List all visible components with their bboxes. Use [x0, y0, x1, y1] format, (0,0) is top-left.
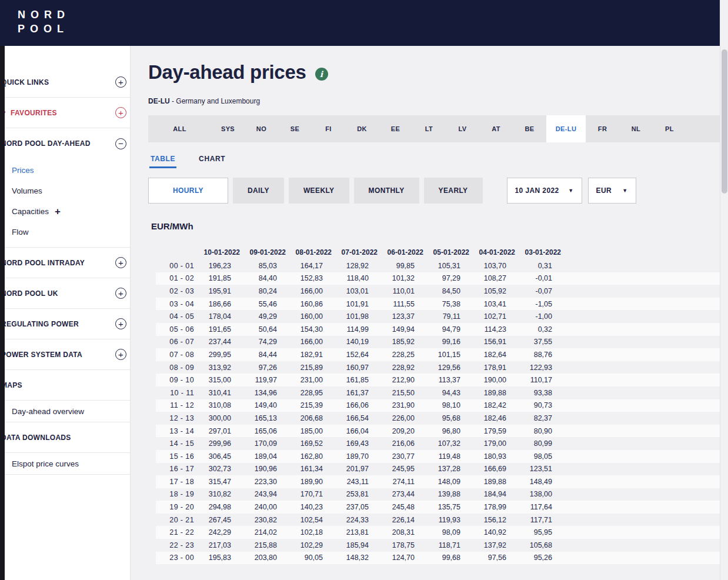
scrollbar[interactable] [720, 0, 728, 580]
sidebar-heading-nord-pool-uk[interactable]: NORD POOL UK+ [1, 278, 130, 309]
price-cell: 180,93 [469, 452, 515, 461]
scrollbar-thumb[interactable] [722, 49, 727, 194]
sidebar-item-prices[interactable]: Prices [1, 160, 130, 181]
price-cell: 84,44 [240, 351, 286, 359]
expand-icon[interactable]: + [115, 257, 126, 268]
area-tab-se[interactable]: SE [278, 115, 312, 142]
resolution-monthly-button[interactable]: MONTHLY [354, 178, 419, 204]
main-content: Day-ahead prices i DE-LU - Germany and L… [131, 46, 728, 580]
price-cell: 79,11 [423, 312, 469, 321]
sidebar-heading-regulating-power[interactable]: REGULATING POWER+ [1, 309, 130, 339]
price-cell: 148,09 [423, 478, 469, 486]
sidebar-heading-quick-links[interactable]: QUICK LINKS+ [1, 67, 130, 98]
date-dropdown[interactable]: 10 JAN 2022 ▼ [507, 178, 582, 204]
price-cell: 190,00 [469, 376, 515, 384]
sidebar-subitems: PricesVolumesCapacities+Flow [1, 159, 130, 248]
hour-label: 05 - 06 [156, 325, 194, 334]
price-cell: 90,73 [515, 401, 561, 409]
area-tab-lv[interactable]: LV [446, 115, 479, 142]
price-cell: 182,46 [469, 414, 515, 422]
resolution-daily-button[interactable]: DAILY [233, 178, 284, 204]
nordpool-logo[interactable]: NORD POOL [0, 0, 70, 36]
resolution-hourly-button[interactable]: HOURLY [148, 178, 228, 204]
expand-icon[interactable]: + [115, 349, 126, 360]
price-cell: 185,94 [332, 541, 378, 549]
price-cell: 169,43 [332, 439, 378, 448]
price-cell: 178,04 [194, 312, 240, 321]
price-cell: 228,92 [378, 364, 423, 372]
price-cell: 0,32 [515, 325, 561, 334]
sidebar-item-volumes[interactable]: Volumes [1, 181, 130, 201]
sidebar-subitems: Day-ahead overview [1, 401, 130, 422]
area-tab-dk[interactable]: DK [345, 115, 379, 142]
sidebar: QUICK LINKS+♥FAVOURITES+NORD POOL DAY-AH… [0, 46, 131, 580]
price-cell: 156,91 [469, 338, 515, 346]
area-tab-nl[interactable]: NL [619, 115, 653, 142]
area-tab-be[interactable]: BE [513, 115, 546, 142]
table-row: 07 - 08299,9584,44182,91152,64228,25101,… [156, 348, 728, 361]
price-cell: 111,55 [378, 300, 423, 308]
expand-icon[interactable]: + [115, 107, 126, 118]
price-cell: 182,91 [286, 351, 332, 359]
price-cell: 98,05 [515, 452, 561, 461]
price-cell: 101,32 [378, 274, 423, 282]
area-code: DE-LU [148, 97, 170, 105]
sidebar-item-day-ahead-overview[interactable]: Day-ahead overview [1, 401, 130, 422]
sidebar-item-capacities[interactable]: Capacities+ [1, 201, 130, 222]
area-tab-pl[interactable]: PL [653, 115, 686, 142]
view-tab-chart[interactable]: CHART [198, 150, 226, 168]
price-cell: 95,68 [423, 414, 469, 422]
table-row: 09 - 10315,00119,97231,00161,85212,90113… [156, 374, 728, 386]
hour-label: 19 - 20 [156, 503, 194, 511]
expand-icon[interactable]: + [115, 288, 126, 299]
sidebar-heading-nord-pool-day-ahead[interactable]: NORD POOL DAY-AHEAD− [1, 128, 130, 159]
price-cell: 103,01 [332, 287, 378, 295]
sidebar-item-flow[interactable]: Flow [1, 222, 130, 242]
plus-icon[interactable]: + [55, 206, 61, 218]
area-tab-lt[interactable]: LT [412, 115, 446, 142]
sidebar-heading-data-downloads[interactable]: DATA DOWNLOADS [1, 422, 130, 453]
area-tab-all[interactable]: ALL [148, 115, 211, 142]
area-tab-no[interactable]: NO [245, 115, 278, 142]
sidebar-heading-maps[interactable]: MAPS [1, 370, 130, 401]
price-cell: 189,70 [332, 452, 378, 461]
price-cell: 152,83 [286, 274, 332, 282]
column-header-10-01-2022: 10-01-2022 [194, 248, 240, 256]
area-tab-de-lu[interactable]: DE-LU [546, 115, 586, 142]
resolution-weekly-button[interactable]: WEEKLY [289, 178, 349, 204]
price-cell: 231,00 [286, 376, 332, 384]
sidebar-heading-favourites[interactable]: ♥FAVOURITES+ [1, 98, 130, 128]
area-tab-fi[interactable]: FI [312, 115, 345, 142]
left-edge-strip [0, 46, 5, 580]
area-tab-sys[interactable]: SYS [211, 115, 245, 142]
price-cell: 118,71 [423, 541, 469, 549]
expand-icon[interactable]: + [115, 318, 126, 329]
table-row: 18 - 19310,82243,94170,71253,81273,44139… [156, 488, 728, 501]
area-tab-at[interactable]: AT [479, 115, 513, 142]
info-icon[interactable]: i [315, 68, 328, 81]
price-cell: 94,43 [423, 389, 469, 397]
collapse-icon[interactable]: − [115, 138, 126, 149]
sidebar-item-label: Volumes [12, 186, 42, 195]
area-subtitle: DE-LU - Germany and Luxembourg [148, 97, 728, 105]
price-cell: 302,73 [194, 465, 240, 473]
expand-icon[interactable]: + [115, 76, 126, 88]
sidebar-item-elspot-price-curves[interactable]: Elspot price curves [1, 453, 130, 475]
column-header-08-01-2022: 08-01-2022 [286, 248, 332, 256]
resolution-yearly-button[interactable]: YEARLY [424, 178, 483, 204]
area-tab-ee[interactable]: EE [379, 115, 412, 142]
sidebar-heading-nord-pool-intraday[interactable]: NORD POOL INTRADAY+ [1, 248, 130, 278]
price-cell: 80,24 [240, 287, 286, 295]
hour-label: 14 - 15 [156, 439, 194, 448]
view-tab-table[interactable]: TABLE [149, 150, 176, 168]
currency-dropdown[interactable]: EUR ▼ [588, 178, 636, 204]
price-cell: 82,37 [515, 414, 561, 422]
price-cell: 161,34 [286, 465, 332, 473]
price-cell: 117,71 [515, 516, 561, 524]
sidebar-section-nord-pool-day-ahead: NORD POOL DAY-AHEAD−PricesVolumesCapacit… [1, 128, 130, 248]
price-cell: 253,81 [332, 490, 378, 498]
sidebar-heading-power-system-data[interactable]: POWER SYSTEM DATA+ [1, 339, 130, 370]
price-cell: 206,68 [286, 414, 332, 422]
area-tab-fr[interactable]: FR [586, 115, 619, 142]
sidebar-heading-label: NORD POOL INTRADAY [1, 259, 85, 267]
